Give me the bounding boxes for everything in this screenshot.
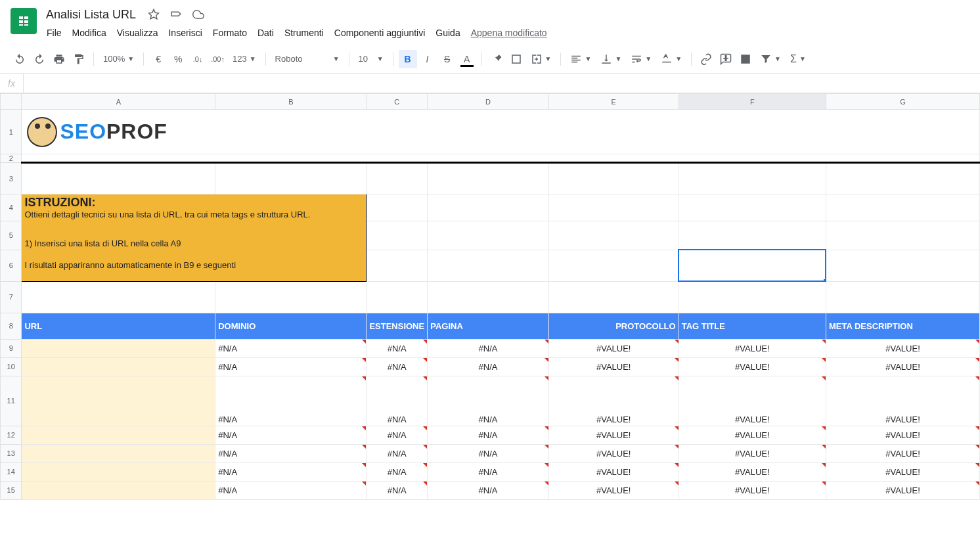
row-header[interactable]: 12 <box>1 426 22 444</box>
functions-button[interactable]: Σ▼ <box>786 50 810 68</box>
col-header-a[interactable]: A <box>22 94 215 110</box>
logo-prof: PROF <box>106 120 167 143</box>
instructions-step1-cell[interactable]: 1) Inserisci una lista di URL nella cell… <box>22 221 367 250</box>
menu-view[interactable]: Visualizza <box>112 25 163 41</box>
col-header-d[interactable]: D <box>428 94 549 110</box>
data-row: 15 #N/A #N/A #N/A #VALUE! #VALUE! #VALUE… <box>1 481 980 499</box>
document-title[interactable]: Analisi Lista URL <box>42 7 140 23</box>
row-header[interactable]: 9 <box>1 339 22 357</box>
row-header[interactable]: 3 <box>1 163 22 194</box>
data-row: 12 #N/A #N/A #N/A #VALUE! #VALUE! #VALUE… <box>1 426 980 444</box>
select-all-corner[interactable] <box>1 94 22 110</box>
cloud-status-icon[interactable] <box>190 6 207 23</box>
spreadsheet-grid[interactable]: A B C D E F G 1 SEOPROF 2 3 4 ISTRUZIONI… <box>0 93 980 540</box>
data-row: 13 #N/A #N/A #N/A #VALUE! #VALUE! #VALUE… <box>1 444 980 462</box>
paint-format-button[interactable] <box>70 50 88 68</box>
col-header-g[interactable]: G <box>826 94 979 110</box>
row-header[interactable]: 15 <box>1 481 22 499</box>
column-headers: A B C D E F G <box>1 94 980 110</box>
row-header[interactable]: 2 <box>1 154 22 163</box>
borders-button[interactable] <box>507 50 525 68</box>
bold-button[interactable]: B <box>399 50 417 68</box>
th-protocollo[interactable]: PROTOCOLLO <box>548 313 679 339</box>
url-input-cell[interactable] <box>22 481 215 499</box>
italic-button[interactable]: I <box>418 50 437 68</box>
menu-tools[interactable]: Strumenti <box>280 25 328 41</box>
zoom-dropdown[interactable]: 100%▼ <box>99 50 138 68</box>
row-header[interactable]: 14 <box>1 462 22 481</box>
horizontal-align-button[interactable]: ▼ <box>566 50 595 68</box>
merge-cells-button[interactable]: ▼ <box>527 50 556 68</box>
font-size-dropdown[interactable]: 10▼ <box>355 50 388 68</box>
row-header[interactable]: 1 <box>1 110 22 154</box>
row-header[interactable]: 7 <box>1 281 22 313</box>
instructions-step2-cell[interactable]: I risultati appariranno automaticamente … <box>22 250 367 281</box>
th-tag-title[interactable]: TAG TITLE <box>679 313 826 339</box>
row-header[interactable]: 10 <box>1 357 22 376</box>
col-header-c[interactable]: C <box>367 94 428 110</box>
insert-chart-button[interactable] <box>736 50 755 68</box>
decrease-decimal-button[interactable]: .0↓ <box>189 50 207 68</box>
avatar-icon <box>27 117 57 147</box>
th-estensione[interactable]: ESTENSIONE <box>367 313 428 339</box>
col-header-f[interactable]: F <box>679 94 826 110</box>
menu-insert[interactable]: Inserisci <box>164 25 206 41</box>
vertical-align-button[interactable]: ▼ <box>596 50 625 68</box>
number-format-dropdown[interactable]: 123▼ <box>229 50 260 68</box>
th-pagina[interactable]: PAGINA <box>428 313 549 339</box>
row-header[interactable]: 5 <box>1 221 22 250</box>
star-icon[interactable] <box>145 6 162 23</box>
col-header-e[interactable]: E <box>548 94 679 110</box>
menu-edit[interactable]: Modifica <box>68 25 111 41</box>
text-wrap-button[interactable]: ▼ <box>627 50 656 68</box>
th-url[interactable]: URL <box>22 313 215 339</box>
row-header[interactable]: 4 <box>1 194 22 221</box>
separator-cell[interactable] <box>22 154 980 163</box>
fill-color-button[interactable] <box>487 50 506 68</box>
filter-button[interactable]: ▼ <box>756 50 785 68</box>
col-header-b[interactable]: B <box>215 94 367 110</box>
text-rotation-button[interactable]: ▼ <box>657 50 686 68</box>
menu-addons[interactable]: Componenti aggiuntivi <box>330 25 430 41</box>
instructions-title-cell[interactable]: ISTRUZIONI:Ottieni dettagli tecnici su u… <box>22 194 367 221</box>
url-input-cell[interactable] <box>22 444 215 462</box>
menu-help[interactable]: Guida <box>431 25 464 41</box>
row-header[interactable]: 8 <box>1 313 22 339</box>
redo-button[interactable] <box>30 50 49 68</box>
data-row: 11 #N/A #N/A #N/A #VALUE! #VALUE! #VALUE… <box>1 376 980 426</box>
app-header: Analisi Lista URL File Modifica Visualiz… <box>0 0 980 41</box>
row-header[interactable]: 6 <box>1 250 22 281</box>
th-meta-desc[interactable]: META DESCRIPTION <box>826 313 979 339</box>
undo-button[interactable] <box>11 50 29 68</box>
font-family-dropdown[interactable]: Roboto▼ <box>271 50 344 68</box>
svg-marker-1 <box>149 10 159 19</box>
url-input-cell[interactable] <box>22 339 215 357</box>
text-color-button[interactable]: A <box>458 50 476 68</box>
menu-file[interactable]: File <box>42 25 66 41</box>
th-dominio[interactable]: DOMINIO <box>215 313 367 339</box>
strikethrough-button[interactable]: S <box>438 50 457 68</box>
insert-link-button[interactable] <box>697 50 715 68</box>
row-header[interactable]: 13 <box>1 444 22 462</box>
sheets-app-icon[interactable] <box>11 8 37 34</box>
url-input-cell[interactable] <box>22 376 215 426</box>
formula-input[interactable] <box>24 74 980 93</box>
currency-button[interactable]: € <box>149 50 167 68</box>
row-header[interactable]: 11 <box>1 376 22 426</box>
formula-bar: fx <box>0 74 980 93</box>
menu-format[interactable]: Formato <box>208 25 252 41</box>
move-icon[interactable] <box>167 6 185 23</box>
url-input-cell[interactable] <box>22 426 215 444</box>
print-button[interactable] <box>50 50 68 68</box>
url-input-cell[interactable] <box>22 462 215 481</box>
data-row: 9 #N/A #N/A #N/A #VALUE! #VALUE! #VALUE! <box>1 339 980 357</box>
percent-button[interactable]: % <box>169 50 187 68</box>
menu-data[interactable]: Dati <box>253 25 278 41</box>
insert-comment-button[interactable] <box>717 50 735 68</box>
url-input-cell[interactable] <box>22 357 215 376</box>
logo-cell[interactable]: SEOPROF <box>22 110 980 154</box>
last-edit-link[interactable]: Appena modificato <box>466 25 552 41</box>
data-row: 10 #N/A #N/A #N/A #VALUE! #VALUE! #VALUE… <box>1 357 980 376</box>
increase-decimal-button[interactable]: .00↑ <box>208 50 227 68</box>
selected-cell-f6[interactable] <box>679 250 826 281</box>
